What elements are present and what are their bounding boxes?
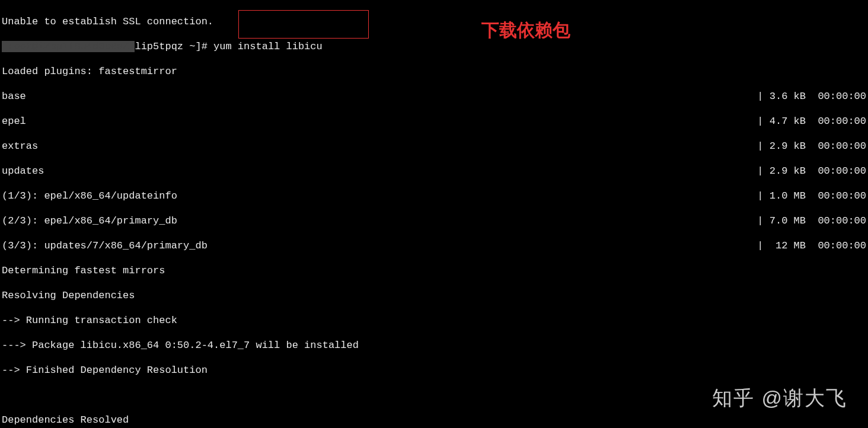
repo-row-base: base| 3.6 kB 00:00:00 <box>2 90 866 103</box>
line-error: Unable to establish SSL connection. <box>2 15 866 28</box>
line-finished: --> Finished Dependency Resolution <box>2 364 866 376</box>
repo-row-epel: epel| 4.7 kB 00:00:00 <box>2 115 866 127</box>
repo-row-updates: updates| 2.9 kB 00:00:00 <box>2 165 866 177</box>
dl-row-3: (3/3): updates/7/x86_64/primary_db| 12 M… <box>2 239 866 252</box>
repo-size: | 2.9 kB 00:00:00 <box>757 165 866 177</box>
dl-row-1: (1/3): epel/x86_64/updateinfo| 1.0 MB 00… <box>2 190 866 202</box>
line-package-install: ---> Package libicu.x86_64 0:50.2-4.el7_… <box>2 339 866 352</box>
dl-row-2: (2/3): epel/x86_64/primary_db| 7.0 MB 00… <box>2 215 866 227</box>
repo-size: | 4.7 kB 00:00:00 <box>757 115 866 127</box>
repo-name: updates <box>2 165 44 177</box>
dl-name: (3/3): updates/7/x86_64/primary_db <box>2 239 208 252</box>
repo-name: base <box>2 90 26 103</box>
line-resolving: Resolving Dependencies <box>2 289 866 302</box>
prompt-suffix: lip5tpqz ~]# <box>135 41 213 52</box>
line-blank <box>2 389 866 401</box>
dl-size: | 1.0 MB 00:00:00 <box>757 190 866 202</box>
command-text: yum install libicu <box>213 41 323 52</box>
repo-size: | 3.6 kB 00:00:00 <box>757 90 866 103</box>
dl-size: | 12 MB 00:00:00 <box>757 239 866 252</box>
line-prompt: [root@iZbp1f8u4d3b9sZ lip5tpqz ~]# yum i… <box>2 40 866 53</box>
repo-row-extras: extras| 2.9 kB 00:00:00 <box>2 140 866 152</box>
terminal[interactable]: Unable to establish SSL connection. [roo… <box>0 0 868 428</box>
dl-size: | 7.0 MB 00:00:00 <box>757 215 866 227</box>
line-running-check: --> Running transaction check <box>2 314 866 327</box>
line-deps-resolved: Dependencies Resolved <box>2 414 866 426</box>
line-determining: Determining fastest mirrors <box>2 264 866 277</box>
repo-name: epel <box>2 115 26 127</box>
dl-name: (2/3): epel/x86_64/primary_db <box>2 215 177 227</box>
repo-size: | 2.9 kB 00:00:00 <box>757 140 866 152</box>
prompt-redacted: [root@iZbp1f8u4d3b9sZ <box>2 41 135 52</box>
line-plugins: Loaded plugins: fastestmirror <box>2 65 866 78</box>
dl-name: (1/3): epel/x86_64/updateinfo <box>2 190 177 202</box>
repo-name: extras <box>2 140 38 152</box>
